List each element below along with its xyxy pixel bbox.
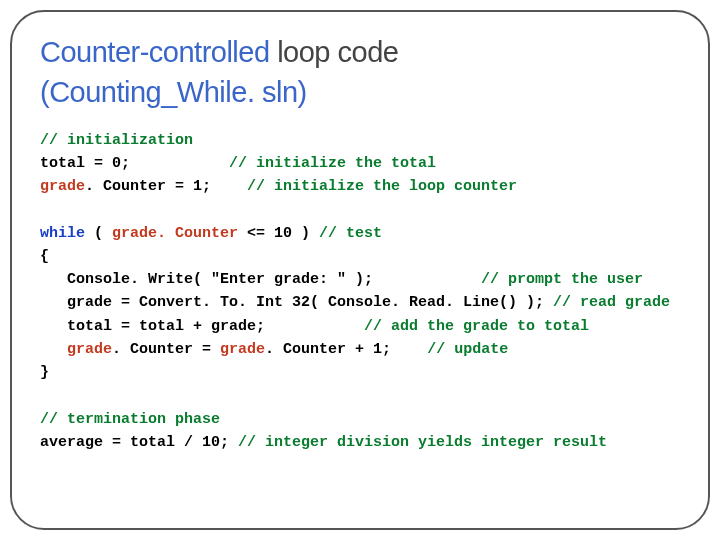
code-ident: grade (220, 341, 265, 358)
code-comment: // read grade (553, 294, 670, 311)
code-text (391, 341, 427, 358)
code-text: ( (85, 225, 112, 242)
slide-card: Counter-controlled loop code (Counting_W… (10, 10, 710, 530)
code-text: . Counter + 1; (265, 341, 391, 358)
code-ident: grade. Counter (112, 225, 238, 242)
code-text: grade = Convert. To. Int 32( Console. Re… (40, 294, 553, 311)
code-text: total = total + grade; (40, 318, 364, 335)
code-keyword: while (40, 225, 85, 242)
title-plain-1: loop code (270, 36, 399, 68)
code-text: average = total / 10; (40, 434, 238, 451)
code-comment: // initialize the total (229, 155, 436, 172)
code-comment: // integer division yields integer resul… (238, 434, 607, 451)
code-text: . Counter = (112, 341, 220, 358)
title-accent-1: Counter-controlled (40, 36, 270, 68)
code-comment: // initialization (40, 132, 193, 149)
slide-title-line-1: Counter-controlled loop code (40, 34, 684, 70)
slide-title-line-2: (Counting_While. sln) (40, 74, 684, 110)
code-comment: // test (319, 225, 382, 242)
code-text: total = 0; (40, 155, 229, 172)
code-comment: // update (427, 341, 508, 358)
code-text: <= 10 ) (238, 225, 319, 242)
code-text (40, 341, 67, 358)
code-comment: // termination phase (40, 411, 220, 428)
code-block: // initialization total = 0; // initiali… (40, 129, 684, 455)
code-text: } (40, 364, 49, 381)
code-comment: // add the grade to total (364, 318, 589, 335)
code-comment: // initialize the loop counter (247, 178, 517, 195)
code-ident: grade (67, 341, 112, 358)
code-text: Console. Write( "Enter grade: " ); (40, 271, 481, 288)
code-text: . Counter = 1; (85, 178, 247, 195)
code-text: grade (40, 178, 85, 195)
code-text: { (40, 248, 49, 265)
code-comment: // prompt the user (481, 271, 643, 288)
